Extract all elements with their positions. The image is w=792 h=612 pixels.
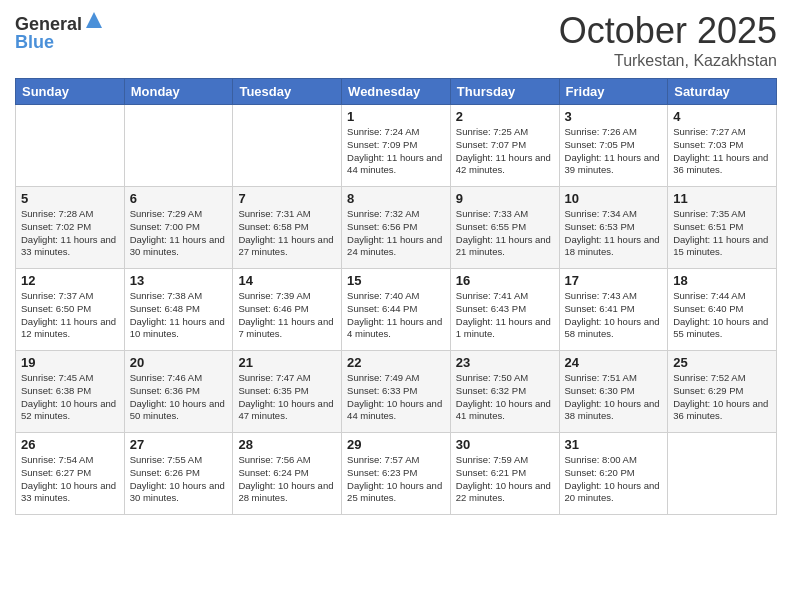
table-row: 11Sunrise: 7:35 AM Sunset: 6:51 PM Dayli… <box>668 187 777 269</box>
col-saturday: Saturday <box>668 79 777 105</box>
logo-blue: Blue <box>15 33 104 51</box>
day-info: Sunrise: 7:47 AM Sunset: 6:35 PM Dayligh… <box>238 372 336 423</box>
day-number: 29 <box>347 437 445 452</box>
table-row <box>233 105 342 187</box>
day-info: Sunrise: 7:59 AM Sunset: 6:21 PM Dayligh… <box>456 454 554 505</box>
table-row: 24Sunrise: 7:51 AM Sunset: 6:30 PM Dayli… <box>559 351 668 433</box>
table-row: 4Sunrise: 7:27 AM Sunset: 7:03 PM Daylig… <box>668 105 777 187</box>
page: General Blue October 2025 Turkestan, Kaz… <box>0 0 792 612</box>
col-thursday: Thursday <box>450 79 559 105</box>
day-info: Sunrise: 7:28 AM Sunset: 7:02 PM Dayligh… <box>21 208 119 259</box>
day-number: 27 <box>130 437 228 452</box>
table-row <box>668 433 777 515</box>
day-number: 7 <box>238 191 336 206</box>
day-info: Sunrise: 7:51 AM Sunset: 6:30 PM Dayligh… <box>565 372 663 423</box>
day-info: Sunrise: 7:46 AM Sunset: 6:36 PM Dayligh… <box>130 372 228 423</box>
table-row: 19Sunrise: 7:45 AM Sunset: 6:38 PM Dayli… <box>16 351 125 433</box>
table-row: 28Sunrise: 7:56 AM Sunset: 6:24 PM Dayli… <box>233 433 342 515</box>
svg-marker-0 <box>86 12 102 28</box>
day-info: Sunrise: 7:29 AM Sunset: 7:00 PM Dayligh… <box>130 208 228 259</box>
day-number: 4 <box>673 109 771 124</box>
table-row: 2Sunrise: 7:25 AM Sunset: 7:07 PM Daylig… <box>450 105 559 187</box>
table-row: 31Sunrise: 8:00 AM Sunset: 6:20 PM Dayli… <box>559 433 668 515</box>
day-info: Sunrise: 7:32 AM Sunset: 6:56 PM Dayligh… <box>347 208 445 259</box>
day-info: Sunrise: 7:45 AM Sunset: 6:38 PM Dayligh… <box>21 372 119 423</box>
day-number: 25 <box>673 355 771 370</box>
table-row: 16Sunrise: 7:41 AM Sunset: 6:43 PM Dayli… <box>450 269 559 351</box>
table-row: 18Sunrise: 7:44 AM Sunset: 6:40 PM Dayli… <box>668 269 777 351</box>
day-info: Sunrise: 7:57 AM Sunset: 6:23 PM Dayligh… <box>347 454 445 505</box>
day-number: 2 <box>456 109 554 124</box>
day-number: 31 <box>565 437 663 452</box>
table-row: 25Sunrise: 7:52 AM Sunset: 6:29 PM Dayli… <box>668 351 777 433</box>
col-friday: Friday <box>559 79 668 105</box>
day-info: Sunrise: 7:27 AM Sunset: 7:03 PM Dayligh… <box>673 126 771 177</box>
table-row: 1Sunrise: 7:24 AM Sunset: 7:09 PM Daylig… <box>342 105 451 187</box>
day-number: 22 <box>347 355 445 370</box>
day-info: Sunrise: 7:26 AM Sunset: 7:05 PM Dayligh… <box>565 126 663 177</box>
day-number: 12 <box>21 273 119 288</box>
day-number: 9 <box>456 191 554 206</box>
day-number: 18 <box>673 273 771 288</box>
table-row: 27Sunrise: 7:55 AM Sunset: 6:26 PM Dayli… <box>124 433 233 515</box>
table-row: 23Sunrise: 7:50 AM Sunset: 6:32 PM Dayli… <box>450 351 559 433</box>
day-number: 10 <box>565 191 663 206</box>
day-info: Sunrise: 7:37 AM Sunset: 6:50 PM Dayligh… <box>21 290 119 341</box>
header: General Blue October 2025 Turkestan, Kaz… <box>15 10 777 70</box>
logo-icon <box>84 10 104 30</box>
table-row: 8Sunrise: 7:32 AM Sunset: 6:56 PM Daylig… <box>342 187 451 269</box>
day-number: 1 <box>347 109 445 124</box>
table-row: 15Sunrise: 7:40 AM Sunset: 6:44 PM Dayli… <box>342 269 451 351</box>
logo-general: General <box>15 15 82 33</box>
title-section: October 2025 Turkestan, Kazakhstan <box>559 10 777 70</box>
day-info: Sunrise: 7:50 AM Sunset: 6:32 PM Dayligh… <box>456 372 554 423</box>
day-number: 17 <box>565 273 663 288</box>
week-row-2: 12Sunrise: 7:37 AM Sunset: 6:50 PM Dayli… <box>16 269 777 351</box>
table-row: 22Sunrise: 7:49 AM Sunset: 6:33 PM Dayli… <box>342 351 451 433</box>
day-info: Sunrise: 7:25 AM Sunset: 7:07 PM Dayligh… <box>456 126 554 177</box>
table-row: 30Sunrise: 7:59 AM Sunset: 6:21 PM Dayli… <box>450 433 559 515</box>
day-number: 21 <box>238 355 336 370</box>
day-info: Sunrise: 7:41 AM Sunset: 6:43 PM Dayligh… <box>456 290 554 341</box>
col-tuesday: Tuesday <box>233 79 342 105</box>
table-row: 12Sunrise: 7:37 AM Sunset: 6:50 PM Dayli… <box>16 269 125 351</box>
day-number: 28 <box>238 437 336 452</box>
day-number: 15 <box>347 273 445 288</box>
week-row-4: 26Sunrise: 7:54 AM Sunset: 6:27 PM Dayli… <box>16 433 777 515</box>
day-info: Sunrise: 7:52 AM Sunset: 6:29 PM Dayligh… <box>673 372 771 423</box>
day-number: 13 <box>130 273 228 288</box>
week-row-3: 19Sunrise: 7:45 AM Sunset: 6:38 PM Dayli… <box>16 351 777 433</box>
day-info: Sunrise: 7:49 AM Sunset: 6:33 PM Dayligh… <box>347 372 445 423</box>
table-row: 17Sunrise: 7:43 AM Sunset: 6:41 PM Dayli… <box>559 269 668 351</box>
day-number: 24 <box>565 355 663 370</box>
calendar: Sunday Monday Tuesday Wednesday Thursday… <box>15 78 777 515</box>
col-sunday: Sunday <box>16 79 125 105</box>
table-row: 5Sunrise: 7:28 AM Sunset: 7:02 PM Daylig… <box>16 187 125 269</box>
day-number: 26 <box>21 437 119 452</box>
day-number: 11 <box>673 191 771 206</box>
day-number: 20 <box>130 355 228 370</box>
day-number: 5 <box>21 191 119 206</box>
table-row: 9Sunrise: 7:33 AM Sunset: 6:55 PM Daylig… <box>450 187 559 269</box>
table-row <box>16 105 125 187</box>
month-title: October 2025 <box>559 10 777 52</box>
day-number: 23 <box>456 355 554 370</box>
table-row: 3Sunrise: 7:26 AM Sunset: 7:05 PM Daylig… <box>559 105 668 187</box>
day-number: 19 <box>21 355 119 370</box>
day-info: Sunrise: 7:24 AM Sunset: 7:09 PM Dayligh… <box>347 126 445 177</box>
day-info: Sunrise: 7:34 AM Sunset: 6:53 PM Dayligh… <box>565 208 663 259</box>
day-info: Sunrise: 8:00 AM Sunset: 6:20 PM Dayligh… <box>565 454 663 505</box>
table-row: 26Sunrise: 7:54 AM Sunset: 6:27 PM Dayli… <box>16 433 125 515</box>
table-row <box>124 105 233 187</box>
day-info: Sunrise: 7:43 AM Sunset: 6:41 PM Dayligh… <box>565 290 663 341</box>
table-row: 13Sunrise: 7:38 AM Sunset: 6:48 PM Dayli… <box>124 269 233 351</box>
table-row: 21Sunrise: 7:47 AM Sunset: 6:35 PM Dayli… <box>233 351 342 433</box>
table-row: 14Sunrise: 7:39 AM Sunset: 6:46 PM Dayli… <box>233 269 342 351</box>
logo-text: General Blue <box>15 15 104 51</box>
day-info: Sunrise: 7:33 AM Sunset: 6:55 PM Dayligh… <box>456 208 554 259</box>
col-monday: Monday <box>124 79 233 105</box>
day-number: 14 <box>238 273 336 288</box>
table-row: 10Sunrise: 7:34 AM Sunset: 6:53 PM Dayli… <box>559 187 668 269</box>
day-info: Sunrise: 7:55 AM Sunset: 6:26 PM Dayligh… <box>130 454 228 505</box>
header-row: Sunday Monday Tuesday Wednesday Thursday… <box>16 79 777 105</box>
